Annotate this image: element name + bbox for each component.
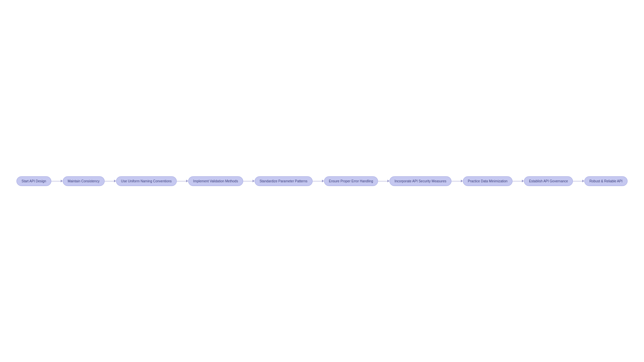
arrow-8: [573, 180, 584, 182]
node-7[interactable]: Incorporate API Security Measures: [389, 176, 451, 186]
node-10[interactable]: Robust & Reliable API: [584, 176, 627, 186]
node-9[interactable]: Establish API Governance: [524, 176, 573, 186]
node-1[interactable]: Start API Design: [16, 176, 51, 186]
arrow-4: [313, 180, 324, 182]
canvas: Start API DesignMaintain ConsistencyUse …: [0, 0, 644, 362]
flow-diagram: Start API DesignMaintain ConsistencyUse …: [16, 176, 627, 186]
node-8[interactable]: Practice Data Minimization: [463, 176, 513, 186]
arrow-1: [105, 180, 116, 182]
node-3[interactable]: Use Uniform Naming Conventions: [116, 176, 177, 186]
node-2[interactable]: Maintain Consistency: [63, 176, 105, 186]
arrow-0: [51, 180, 63, 182]
node-6[interactable]: Ensure Proper Error Handling: [324, 176, 378, 186]
node-4[interactable]: Implement Validation Methods: [188, 176, 243, 186]
arrow-7: [513, 180, 524, 182]
arrow-5: [378, 180, 389, 182]
arrow-3: [243, 180, 255, 182]
arrow-6: [451, 180, 463, 182]
node-5[interactable]: Standardize Parameter Patterns: [255, 176, 313, 186]
arrow-2: [177, 180, 188, 182]
